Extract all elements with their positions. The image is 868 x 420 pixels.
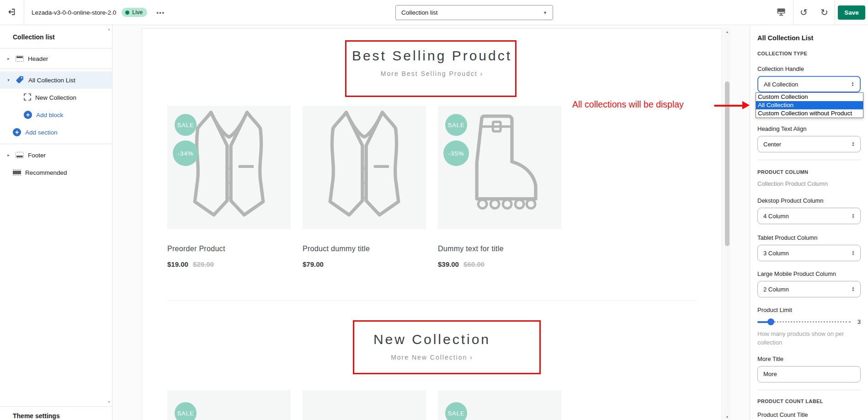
exit-editor-button[interactable] [0, 0, 24, 25]
scroll-down-icon[interactable]: ▼ [724, 415, 730, 419]
empty-grid-cell [573, 390, 697, 420]
tablet-product-column-select[interactable]: 3 Column ▲▼ [757, 245, 861, 261]
product-card[interactable]: SALE -34% Preorder Product $19.00 $29.00 [167, 106, 291, 268]
select-stepper-icon: ▲▼ [852, 213, 855, 218]
dropdown-option-custom-collection-without-product[interactable]: Custom Collection without Product [756, 109, 863, 118]
product-limit-label: Product Limit [757, 307, 861, 313]
product-card[interactable]: SALE [167, 390, 291, 420]
product-price: $39.00 $60.00 [438, 260, 561, 268]
divider [0, 48, 112, 48]
header-section-icon [16, 55, 24, 62]
sidebar-item-label: Recommended [25, 169, 67, 176]
collection-type-header: COLLECTION TYPE [757, 51, 861, 56]
product-limit-slider-row: 3 [757, 318, 861, 325]
sidebar-scroll-up-icon[interactable]: ▲ [107, 27, 111, 31]
caret-right-icon[interactable]: ▸ [5, 153, 11, 157]
theme-name: Lezada-v3-0-0-online-store-2.0 [32, 9, 116, 16]
discount-badge: -34% [173, 140, 198, 166]
caret-down-icon[interactable]: ▾ [5, 78, 11, 82]
annotation-arrow-head-icon [742, 101, 750, 109]
desktop-product-column-value: 4 Column [763, 213, 789, 220]
product-card[interactable]: Product dummy title $79.00 [303, 106, 426, 268]
product-count-title-label: Product Count Title [757, 411, 861, 418]
select-stepper-icon: ▲▼ [852, 250, 855, 255]
sidebar-item-label: Footer [28, 152, 46, 159]
sections-sidebar: ▲ Collection list ▸ Header ▾ All Collect… [0, 25, 112, 420]
product-column-subtitle: Collection Product Column [757, 180, 861, 187]
product-card[interactable]: SALE -35% Dummy text for title $39.00 $6… [438, 106, 561, 268]
sale-badge: SALE [445, 114, 467, 136]
sale-badge: SALE [175, 114, 197, 136]
sidebar-item-all-collection-list[interactable]: ▾ All Collection List [0, 71, 112, 89]
product-grid-row-1: SALE -34% Preorder Product $19.00 $29.00 [167, 106, 697, 268]
plus-circle-icon: + [24, 111, 32, 119]
heading-text-align-label: Heading Text Align [757, 125, 861, 132]
add-section-label: Add section [25, 129, 58, 136]
save-button[interactable]: Save [838, 5, 865, 20]
product-card[interactable]: SALE [438, 390, 561, 420]
add-block-button[interactable]: + Add block [0, 106, 112, 124]
theme-settings-button[interactable]: Theme settings [0, 406, 112, 420]
page-selector-dropdown[interactable]: Collection list ▼ [395, 5, 553, 20]
large-mobile-product-column-select[interactable]: 2 Column ▲▼ [757, 281, 861, 297]
preview-scrollbar[interactable]: ▲ ▼ [724, 28, 730, 420]
device-preview-button[interactable] [769, 0, 793, 25]
desktop-product-column-select[interactable]: 4 Column ▲▼ [757, 208, 861, 224]
undo-button[interactable]: ↺ [793, 0, 814, 25]
select-stepper-icon: ▲▼ [851, 81, 854, 86]
more-title-input[interactable] [757, 366, 861, 382]
collection-handle-label: Collection Handle [757, 65, 861, 72]
redo-button[interactable]: ↻ [814, 0, 835, 25]
sidebar-item-label: New Collection [35, 94, 76, 101]
product-title[interactable]: Product dummy title [303, 245, 426, 253]
discount-badge: -35% [443, 140, 469, 166]
product-price: $19.00 $29.00 [167, 260, 291, 268]
large-mobile-product-column-label: Large Mobile Product Column [757, 270, 861, 277]
sidebar-item-recommended[interactable]: Recommended [0, 164, 112, 181]
product-image [303, 106, 426, 229]
product-image: SALE -35% [438, 106, 561, 229]
collection-handle-select[interactable]: All Collection ▲▼ Custom Collection All … [757, 76, 861, 92]
scroll-up-icon[interactable]: ▲ [724, 30, 730, 33]
product-limit-slider[interactable] [757, 318, 851, 325]
product-grid-row-2: SALE SALE [167, 390, 697, 420]
slider-thumb[interactable] [767, 318, 774, 325]
product-image [303, 390, 426, 420]
sidebar-item-new-collection[interactable]: New Collection [0, 89, 112, 106]
overflow-menu-button[interactable]: ••• [156, 9, 165, 16]
tablet-product-column-label: Tablet Product Column [757, 234, 861, 241]
page-selector-value: Collection list [401, 9, 438, 16]
caret-right-icon[interactable]: ▸ [5, 56, 11, 61]
footer-section-icon [16, 152, 24, 158]
section-divider [167, 300, 697, 301]
dropdown-option-all-collection[interactable]: All Collection [756, 101, 863, 109]
sidebar-item-header[interactable]: ▸ Header [0, 50, 112, 67]
sidebar-item-footer[interactable]: ▸ Footer [0, 146, 112, 164]
dropdown-option-custom-collection[interactable]: Custom Collection [756, 93, 863, 101]
topbar-actions: ↺ ↻ Save [769, 0, 868, 25]
product-title[interactable]: Preorder Product [167, 245, 291, 253]
add-block-label: Add block [36, 112, 63, 118]
recommended-section-icon [13, 169, 21, 176]
product-image: SALE [167, 390, 291, 420]
product-count-label-header: PRODUCT COUNT LABEL [757, 398, 861, 404]
select-stepper-icon: ▲▼ [852, 141, 855, 146]
tablet-product-column-value: 3 Column [763, 250, 789, 257]
price-old: $60.00 [463, 260, 485, 268]
sidebar-scroll-down-icon[interactable]: ▼ [107, 400, 111, 404]
annotation-red-box-new-collection [353, 320, 541, 374]
add-section-button[interactable]: + Add section [0, 124, 112, 141]
annotation-red-box-best-selling [345, 40, 517, 97]
product-image: SALE [438, 390, 561, 420]
empty-grid-cell [573, 106, 697, 268]
price-current: $79.00 [303, 260, 324, 268]
live-badge-label: Live [132, 9, 143, 16]
exit-icon [7, 7, 16, 18]
large-mobile-product-column-value: 2 Column [763, 286, 789, 293]
product-title[interactable]: Dummy text for title [438, 245, 561, 253]
preview-canvas: Best Selling Proudct More Best Selling P… [112, 25, 750, 420]
product-limit-value: 3 [855, 318, 861, 325]
heading-text-align-select[interactable]: Center ▲▼ [757, 136, 861, 152]
product-card[interactable] [303, 390, 426, 420]
vest-illustration [303, 106, 426, 229]
